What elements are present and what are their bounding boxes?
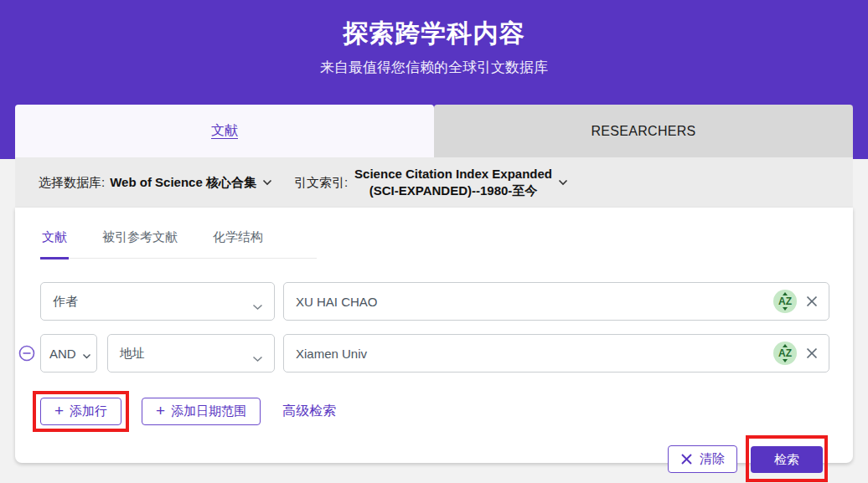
clear-term-row1-icon[interactable] (805, 295, 819, 308)
citation-index-select[interactable]: 引文索引: Science Citation Index Expanded (S… (294, 166, 568, 200)
search-term-row1-input[interactable] (284, 295, 773, 309)
search-term-row2-input[interactable] (284, 347, 773, 361)
tab-documents[interactable]: 文献 (15, 105, 434, 157)
clear-button-label: 清除 (700, 451, 725, 467)
x-icon (680, 453, 693, 465)
citation-index-label: 引文索引: (294, 175, 348, 191)
search-term-row1-wrap: AZ (283, 282, 829, 321)
subtab-documents[interactable]: 文献 (40, 224, 69, 259)
plus-icon: + (54, 402, 64, 420)
clear-term-row2-icon[interactable] (805, 347, 819, 360)
top-tab-bar: 文献 RESEARCHERS (15, 105, 853, 157)
tab-researchers-label: RESEARCHERS (591, 124, 695, 139)
field-select-row2-value: 地址 (120, 346, 145, 362)
add-date-range-label: 添加日期范围 (171, 403, 246, 419)
field-select-row1-value: 作者 (53, 294, 78, 310)
database-select-value: Web of Science 核心合集 (110, 175, 256, 191)
search-term-row2-wrap: AZ (283, 334, 829, 373)
clear-button[interactable]: 清除 (668, 445, 737, 473)
plus-icon: + (156, 402, 165, 420)
subtab-chemical-structures[interactable]: 化学结构 (211, 224, 265, 258)
search-row-1: 作者 AZ (40, 282, 829, 321)
annotation-highlight-search: 检索 (746, 435, 828, 482)
tab-researchers[interactable]: RESEARCHERS (434, 105, 853, 157)
subtab-cited-references[interactable]: 被引参考文献 (101, 224, 179, 258)
citation-index-value: Science Citation Index Expanded (SCI-EXP… (354, 166, 552, 200)
add-row-button[interactable]: + 添加行 (40, 398, 121, 425)
chevron-down-icon (558, 179, 568, 186)
field-select-row2[interactable]: 地址 (107, 334, 275, 373)
chevron-down-icon (262, 179, 272, 186)
search-type-tabs: 文献 被引参考文献 化学结构 (40, 224, 317, 259)
row-actions: + 添加行 + 添加日期范围 高级检索 (40, 391, 829, 432)
add-date-range-button[interactable]: + 添加日期范围 (142, 398, 261, 425)
alphabetical-sort-icon[interactable]: AZ (773, 342, 797, 365)
citation-index-line1: Science Citation Index Expanded (354, 167, 552, 181)
chevron-down-icon (252, 351, 263, 365)
footer-actions: 清除 检索 (40, 435, 828, 482)
citation-index-line2: (SCI-EXPANDED)--1980-至今 (369, 183, 538, 198)
annotation-highlight-add-row: + 添加行 (33, 391, 129, 432)
page-subtitle: 来自最值得您信赖的全球引文数据库 (0, 58, 868, 77)
search-button-label: 检索 (774, 452, 799, 468)
add-row-label: 添加行 (70, 403, 107, 419)
search-button[interactable]: 检索 (751, 446, 823, 473)
database-bar: 选择数据库: Web of Science 核心合集 引文索引: Science… (15, 157, 853, 208)
search-card: 文献 被引参考文献 化学结构 作者 AZ AND (15, 208, 853, 463)
search-row-2: AND 地址 AZ (40, 334, 829, 373)
alphabetical-sort-icon[interactable]: AZ (773, 290, 797, 313)
database-select-label: 选择数据库: (39, 175, 105, 191)
database-select[interactable]: 选择数据库: Web of Science 核心合集 (39, 175, 272, 191)
page-title: 探索跨学科内容 (0, 0, 868, 51)
chevron-down-icon (252, 299, 263, 313)
field-select-row1[interactable]: 作者 (40, 282, 275, 321)
chevron-down-icon (82, 347, 91, 362)
boolean-operator-select[interactable]: AND (40, 334, 97, 373)
boolean-operator-value: AND (49, 347, 76, 361)
remove-row-icon[interactable] (18, 345, 35, 362)
advanced-search-link[interactable]: 高级检索 (282, 403, 336, 420)
tab-documents-label: 文献 (211, 122, 238, 140)
